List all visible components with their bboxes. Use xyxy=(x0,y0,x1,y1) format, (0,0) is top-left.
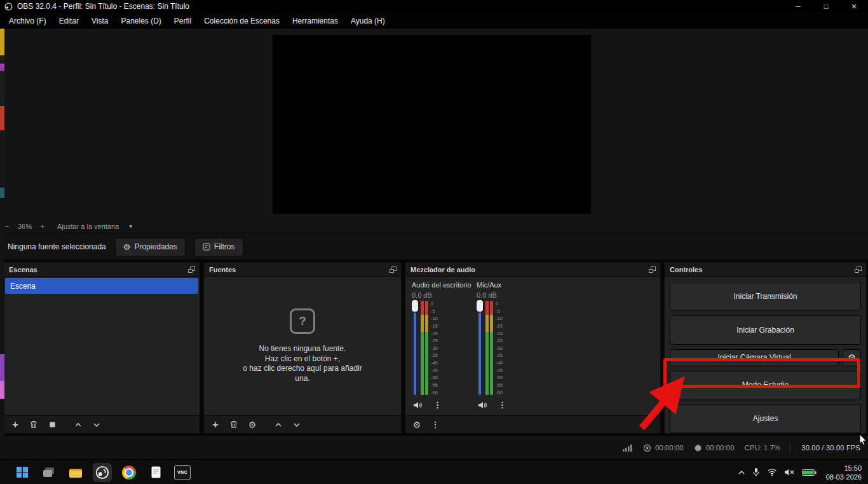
volume-meter: 0-5 -10-15 -20-25 -30-35 -40-45 -50-55 -… xyxy=(412,301,468,395)
remove-scene-button[interactable] xyxy=(27,418,40,431)
advanced-audio-icon[interactable]: ⚙ xyxy=(410,418,423,431)
menu-editar[interactable]: Editar xyxy=(53,14,85,28)
sources-panel: Fuentes ? No tienes ninguna fuente. Haz … xyxy=(203,262,402,434)
titlebar: OBS 32.0.4 - Perfil: Sin Título - Escena… xyxy=(0,0,868,13)
properties-label: Propiedades xyxy=(134,242,177,251)
clock-time: 15:50 xyxy=(826,464,862,473)
desktop-edge-strip xyxy=(0,29,4,436)
move-scene-down-button[interactable] xyxy=(90,418,103,431)
menu-perfil[interactable]: Perfil xyxy=(168,14,198,28)
source-properties-button[interactable]: ⚙ xyxy=(246,418,259,431)
task-view-button[interactable] xyxy=(39,463,58,482)
volume-slider-handle[interactable] xyxy=(412,300,418,312)
channel-menu-icon[interactable]: ⋮ xyxy=(433,400,442,410)
remove-source-button[interactable] xyxy=(227,418,240,431)
fit-to-window-button[interactable]: Ajustar a la ventana xyxy=(57,223,119,230)
scene-list-item[interactable]: Escena xyxy=(5,278,198,294)
speaker-icon[interactable] xyxy=(478,401,488,410)
start-streaming-button[interactable]: Iniciar Transmisión xyxy=(670,282,861,311)
mixer-channel-desktop-audio: Audio del escritorio 0.0 dB 0-5 -10-15 -… xyxy=(412,281,468,411)
move-source-down-button[interactable] xyxy=(290,418,303,431)
scene-filters-icon[interactable] xyxy=(46,418,58,431)
gear-icon: ⚙ xyxy=(123,243,131,251)
zoom-dropdown-button[interactable]: ▾ xyxy=(125,223,136,230)
properties-button[interactable]: ⚙ Propiedades xyxy=(115,238,186,256)
menu-ayuda[interactable]: Ayuda (H) xyxy=(344,14,391,28)
source-toolbar: Ninguna fuente seleccionada ⚙ Propiedade… xyxy=(0,233,868,260)
cpu-usage: CPU: 1.7% xyxy=(744,444,780,452)
close-button[interactable]: × xyxy=(840,0,868,13)
popout-icon[interactable] xyxy=(855,266,862,273)
menu-vista[interactable]: Vista xyxy=(85,14,114,28)
mixer-channels: Audio del escritorio 0.0 dB 0-5 -10-15 -… xyxy=(405,277,660,415)
meter-bars xyxy=(421,301,428,395)
start-virtual-camera-button[interactable]: Iniciar Cámara Virtual xyxy=(670,349,839,366)
volume-slider[interactable] xyxy=(478,301,481,395)
virtual-camera-settings-button[interactable]: ⚙ xyxy=(843,349,861,366)
wifi-icon[interactable] xyxy=(767,468,777,476)
zoom-in-button[interactable]: + xyxy=(36,223,50,230)
menu-herramientas[interactable]: Herramientas xyxy=(286,14,344,28)
maximize-button[interactable]: □ xyxy=(812,0,840,13)
controls-buttons: Iniciar Transmisión Iniciar Grabación In… xyxy=(665,277,866,433)
popout-icon[interactable] xyxy=(649,266,656,273)
channel-controls: ⋮ xyxy=(477,400,532,410)
studio-mode-button[interactable]: Modo Estudio xyxy=(670,371,861,400)
add-source-button[interactable]: + xyxy=(209,418,222,431)
popout-icon[interactable] xyxy=(188,266,195,273)
menu-bar: Archivo (F) Editar Vista Paneles (D) Per… xyxy=(0,13,868,29)
move-source-up-button[interactable] xyxy=(272,418,285,431)
volume-muted-icon[interactable] xyxy=(784,468,795,476)
controls-panel-header: Controles xyxy=(665,263,866,277)
windows-logo-icon xyxy=(17,467,28,478)
scenes-list: Escena xyxy=(4,277,200,415)
controls-panel: Controles Iniciar Transmisión Iniciar Gr… xyxy=(664,262,867,434)
preview-zoom-bar: − 36% + Ajustar a la ventana ▾ xyxy=(0,219,868,233)
sources-empty-state: ? No tienes ninguna fuente. Haz clic en … xyxy=(204,277,401,415)
filters-button[interactable]: Filtros xyxy=(194,238,243,256)
stream-timer: 00:00:00 xyxy=(643,444,684,452)
channel-menu-icon[interactable]: ⋮ xyxy=(498,400,506,410)
taskbar-apps: VNC xyxy=(13,460,192,484)
menu-coleccion-escenas[interactable]: Colección de Escenas xyxy=(198,14,286,28)
speaker-icon[interactable] xyxy=(413,401,423,410)
obs-window: OBS 32.0.4 - Perfil: Sin Título - Escena… xyxy=(0,0,868,484)
controls-title: Controles xyxy=(670,266,702,273)
obs-taskbar-button[interactable] xyxy=(93,463,112,482)
hidden-icons-chevron[interactable] xyxy=(738,470,745,475)
meter-scale: 0-5 -10-15 -20-25 -30-35 -40-45 -50-55 -… xyxy=(496,301,503,395)
notepad-button[interactable] xyxy=(146,463,165,482)
add-scene-button[interactable]: + xyxy=(9,418,22,431)
chrome-button[interactable] xyxy=(119,463,139,482)
program-canvas[interactable] xyxy=(273,35,591,214)
preview-area xyxy=(0,29,868,219)
popout-icon[interactable] xyxy=(390,266,397,273)
mixer-menu-icon[interactable]: ⋮ xyxy=(429,418,442,431)
mixer-title: Mezclador de audio xyxy=(410,266,475,273)
obs-app-icon xyxy=(95,466,109,480)
volume-slider-handle[interactable] xyxy=(477,300,483,312)
empty-line: o haz clic derecho aquí para añadir xyxy=(243,364,362,374)
mixer-channel-mic-aux: Mic/Aux 0.0 dB 0-5 -10-15 -20-25 -30-35 … xyxy=(477,281,532,411)
folder-icon xyxy=(68,466,83,480)
channel-level: 0.0 dB xyxy=(477,291,532,299)
minimize-button[interactable]: ─ xyxy=(784,0,812,13)
menu-paneles[interactable]: Paneles (D) xyxy=(115,14,168,28)
empty-line: No tienes ninguna fuente. xyxy=(259,344,346,354)
sources-list[interactable]: ? No tienes ninguna fuente. Haz clic en … xyxy=(204,277,401,415)
file-explorer-button[interactable] xyxy=(66,463,85,482)
move-scene-up-button[interactable] xyxy=(72,418,85,431)
system-tray: 15:50 08-03-2026 xyxy=(738,460,862,484)
vnc-button[interactable]: VNC xyxy=(173,463,192,482)
menu-archivo[interactable]: Archivo (F) xyxy=(3,14,53,28)
record-timer: 00:00:00 xyxy=(694,444,735,452)
battery-icon[interactable] xyxy=(802,469,817,476)
start-button[interactable] xyxy=(13,463,32,482)
mixer-toolbar: ⚙ ⋮ xyxy=(405,415,660,433)
taskbar-clock[interactable]: 15:50 08-03-2026 xyxy=(826,464,862,481)
microphone-icon[interactable] xyxy=(752,467,760,477)
volume-slider[interactable] xyxy=(414,301,416,395)
settings-button[interactable]: Ajustes xyxy=(670,404,861,433)
window-controls: ─ □ × xyxy=(784,0,868,13)
start-recording-button[interactable]: Iniciar Grabación xyxy=(670,315,861,345)
